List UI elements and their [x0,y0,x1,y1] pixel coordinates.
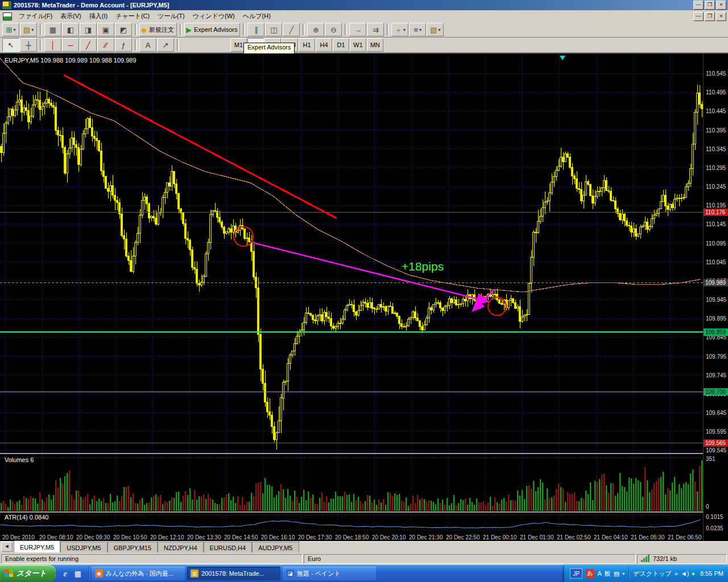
new-chart-button[interactable]: ⊞▾ [2,23,19,36]
chart-shift-button[interactable]: ⇉ [367,23,384,36]
chart-shift-marker[interactable] [560,56,565,60]
ime-input-mode-icon[interactable]: あ [585,569,594,578]
menu-item-1[interactable]: 表示(V) [56,10,85,22]
volumes-panel[interactable] [0,454,703,512]
desktop-toolbar-label[interactable]: デスクトップ [633,569,672,578]
zoom-in-button[interactable]: ⊕ [307,23,324,36]
task-button-3[interactable]: ◪無題 - ペイント [283,567,376,580]
mdi-restore-button[interactable]: ❐ [705,12,715,21]
menu-item-3[interactable]: チャート(C) [111,10,154,22]
cursor-button[interactable]: ↖ [2,38,19,52]
task-button-1[interactable]: ◉みんなの外為 - 国内最... [92,567,185,580]
timeframe-d1-button[interactable]: D1 [333,38,349,52]
candle-body [205,254,207,276]
periods-button[interactable]: ≡▾ [409,23,426,36]
candle-body [51,103,52,105]
chart-candlesticks-button[interactable]: ◫ [265,23,282,36]
volume-bar [385,505,386,511]
keyboard-icon[interactable]: ▤ [614,570,619,577]
tray-volume-icon[interactable]: ◄) [681,570,689,577]
profiles-dropdown-icon[interactable]: ▾ [31,27,34,32]
mdi-close-button[interactable]: × [716,12,726,21]
chart-bars-button[interactable]: ∥ [247,23,264,36]
timeframe-mn-button[interactable]: MN [367,38,383,52]
navigator-button[interactable]: ◨ [80,23,97,36]
price-scale-label: 110.495 [706,89,726,95]
ime-conversion-mode[interactable]: 般 [605,569,611,578]
start-button[interactable]: スタート [0,565,56,582]
volume-bar [87,494,88,512]
text-label-button[interactable]: A [139,38,156,52]
fibonacci-retracement-button[interactable]: ƒ [115,38,132,52]
mdi-minimize-button[interactable]: — [693,12,704,21]
terminal-button[interactable]: ▣ [97,23,114,36]
close-button[interactable]: × [716,1,726,10]
chart-tab-eurusd-h4[interactable]: EURUSD,H4 [204,542,253,552]
chart-tab-usdjpy-m5[interactable]: USDJPY,M5 [60,542,107,552]
arrows-button[interactable]: ↗ [157,38,174,52]
timeframe-h4-button[interactable]: H4 [316,38,332,52]
strategy-tester-button[interactable]: ◩ [115,23,132,36]
data-window-button[interactable]: ◧ [62,23,79,36]
periods-dropdown-icon[interactable]: ▾ [419,27,421,32]
ime-jp-badge[interactable]: JP [570,568,582,579]
vertical-line-button[interactable]: │ [44,38,61,52]
price-chart[interactable]: +18pips [0,55,703,453]
auto-scroll-button[interactable]: → [349,23,366,36]
volume-bar [19,500,20,511]
trade-arrow-annotation[interactable] [253,243,487,301]
tray-antivirus-icon[interactable]: ● [691,570,695,577]
pips-annotation[interactable]: +18pips [402,260,444,273]
candle-body [249,238,250,242]
navigator-icon: ◨ [85,26,92,34]
timeframe-w1-button[interactable]: W1 [350,38,366,52]
chart-line-button[interactable]: ╱ [283,23,300,36]
internet-explorer-icon[interactable]: e [60,568,71,579]
candle-body [415,312,416,318]
horizontal-line-button[interactable]: ─ [62,38,79,52]
templates-dropdown-icon[interactable]: ▾ [439,27,441,32]
templates-button[interactable]: ▧▾ [427,23,444,36]
ime-options-caret[interactable]: ▾ [622,571,624,576]
trendline-annotation[interactable] [64,75,337,218]
volume-bar [449,505,450,511]
new-order-button[interactable]: ◆新規注文 [139,23,177,36]
crosshair-button[interactable]: ┼ [20,38,37,52]
ime-alpha-mode[interactable]: A [597,570,601,577]
candle-body [360,305,362,310]
desktop-toolbar-chevron[interactable]: » [675,570,678,577]
task-button-2[interactable]: ▥2001578: MetaTrade... [187,567,280,580]
chart-tab-audjpy-m5[interactable]: AUDJPY,M5 [252,542,299,552]
chart-tab-eurjpy-m5[interactable]: EURJPY,M5 [14,541,60,552]
menu-item-0[interactable]: ファイル(F) [15,10,56,22]
price-scale-label: 110.445 [706,108,726,114]
volume-bar [383,499,384,511]
profiles-button[interactable]: ▤▾ [20,23,37,36]
menu-item-6[interactable]: ヘルプ(H) [239,10,275,22]
volume-bar [651,489,652,511]
restore-button[interactable]: ❐ [705,1,715,10]
indicators-button[interactable]: ＋▾ [391,23,408,36]
volume-bar [258,483,259,511]
menu-item-2[interactable]: 挿入(I) [85,10,111,22]
candle-body [73,138,75,145]
show-desktop-icon[interactable]: ▦ [73,568,83,579]
chart-tab-gbpjpy-m15[interactable]: GBPJPY,M15 [107,542,158,552]
title-bar[interactable]: 2001578: MetaTrader - Demo Account - [EU… [0,0,728,10]
menu-item-4[interactable]: ツール(T) [154,10,189,22]
market-watch-button[interactable]: ▦ [44,23,61,36]
zoom-out-button[interactable]: ⊖ [325,23,342,36]
indicators-dropdown-icon[interactable]: ▾ [403,27,406,32]
chart-tab-nzdjpy-h4[interactable]: NZDJPY,H4 [158,542,203,552]
chart-mdi-icon[interactable] [3,13,12,20]
minimize-button[interactable]: — [693,1,704,10]
moving-average-line[interactable] [0,59,701,292]
new-chart-dropdown-icon[interactable]: ▾ [13,27,15,32]
menu-item-5[interactable]: ウィンドウ(W) [189,10,239,22]
equidistant-channel-button[interactable]: ∕∕ [97,38,114,52]
trendline-button[interactable]: ╱ [80,38,97,52]
timeframe-h1-button[interactable]: H1 [299,38,315,52]
tab-nav-button[interactable]: ◄ [1,542,13,552]
expert-advisors-button[interactable]: ▶Expert Advisors [184,23,240,36]
atr-panel[interactable] [0,513,703,533]
